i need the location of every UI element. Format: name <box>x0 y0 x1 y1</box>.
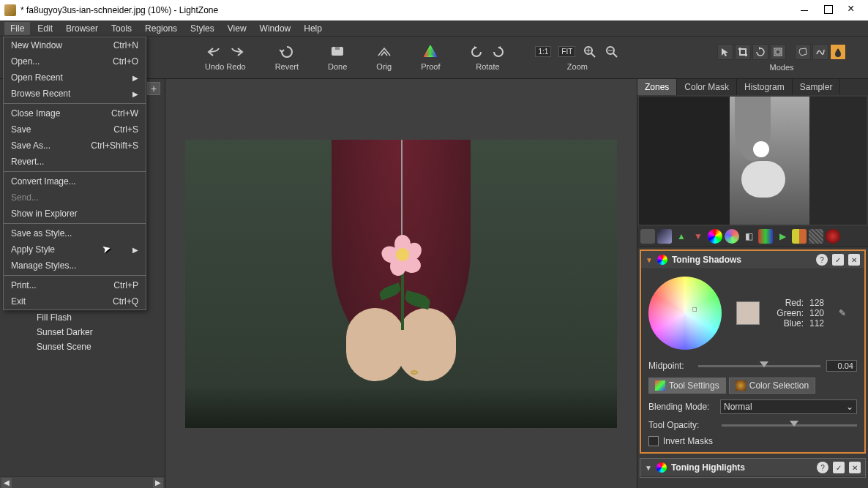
redo-icon[interactable] <box>229 45 244 59</box>
collapse-icon[interactable]: ▼ <box>646 256 653 264</box>
canvas-area[interactable] <box>165 79 637 488</box>
submenu-arrow-icon: ▶ <box>132 90 138 98</box>
remove-icon[interactable]: ✕ <box>848 254 860 266</box>
menu-new-window[interactable]: New WindowCtrl+N <box>4 37 146 53</box>
color-wheel[interactable] <box>648 277 722 350</box>
effect-chip[interactable] <box>708 229 722 244</box>
menu-apply-style[interactable]: Apply Style▶ <box>4 241 146 258</box>
tool-orig[interactable]: Orig <box>362 37 406 78</box>
menu-save[interactable]: SaveCtrl+S <box>4 121 146 138</box>
tab-color-mask[interactable]: Color Mask <box>677 79 737 95</box>
menu-show-in-explorer[interactable]: Show in Explorer <box>4 206 146 222</box>
collapse-icon[interactable]: ▼ <box>645 464 652 472</box>
svg-marker-5 <box>498 46 501 49</box>
menu-browser[interactable]: Browser <box>60 22 104 35</box>
maximize-button[interactable] <box>824 5 834 15</box>
mode-drop-icon[interactable] <box>830 44 846 60</box>
hscrollbar[interactable]: ◀ ▶ <box>0 476 165 488</box>
close-button[interactable]: × <box>848 5 858 15</box>
menu-file[interactable]: File <box>4 22 30 35</box>
menu-close-image[interactable]: Close ImageCtrl+W <box>4 105 146 121</box>
zoom-out-icon[interactable] <box>605 45 619 59</box>
zoom-in-icon[interactable] <box>583 45 597 59</box>
tool-revert[interactable]: Revert <box>261 37 313 78</box>
svg-line-11 <box>613 53 617 57</box>
color-selection-tab[interactable]: Color Selection <box>729 378 815 394</box>
menu-print[interactable]: Print...Ctrl+P <box>4 277 146 293</box>
mode-region-icon[interactable] <box>770 44 786 60</box>
menu-save-as[interactable]: Save As...Ctrl+Shift+S <box>4 138 146 154</box>
eyedropper-icon[interactable]: ✎ <box>839 308 846 318</box>
zoom-11-button[interactable]: 1:1 <box>535 46 551 57</box>
rotate-right-icon[interactable] <box>491 45 506 59</box>
effect-chip[interactable] <box>758 229 773 244</box>
zoom-fit-button[interactable]: FIT <box>558 46 575 57</box>
undo-icon[interactable] <box>207 45 222 59</box>
effect-chip[interactable] <box>792 229 807 244</box>
menu-save-as-style[interactable]: Save as Style... <box>4 225 146 241</box>
menu-tools[interactable]: Tools <box>105 22 138 35</box>
menu-manage-styles[interactable]: Manage Styles... <box>4 258 146 274</box>
panel-title: Toning Highlights <box>671 462 812 473</box>
menu-view[interactable]: View <box>222 22 252 35</box>
midpoint-slider[interactable] <box>698 365 820 367</box>
menu-styles[interactable]: Styles <box>184 22 220 35</box>
rotate-left-icon[interactable] <box>469 45 484 59</box>
minimize-button[interactable] <box>801 5 811 15</box>
scroll-right-icon[interactable]: ▶ <box>153 478 163 488</box>
tool-settings-tab[interactable]: Tool Settings <box>648 378 726 394</box>
panel-header[interactable]: ▼ Toning Highlights ? ✓ ✕ <box>640 459 865 477</box>
mode-polygon-icon[interactable] <box>795 44 811 60</box>
tool-modes: Modes <box>703 37 868 78</box>
effect-chip[interactable]: ◧ <box>741 229 756 244</box>
help-icon[interactable]: ? <box>817 462 828 473</box>
style-item[interactable]: Fill Flash <box>0 310 165 325</box>
blending-select[interactable]: Normal ⌄ <box>720 399 857 414</box>
tab-sampler[interactable]: Sampler <box>793 79 841 95</box>
menu-window[interactable]: Window <box>254 22 297 35</box>
style-item[interactable]: Sunset Darker <box>0 325 165 339</box>
midpoint-value[interactable]: 0.04 <box>826 360 857 372</box>
zone-preview <box>639 97 867 225</box>
menu-convert-image[interactable]: Convert Image... <box>4 173 146 189</box>
enable-checkbox[interactable]: ✓ <box>832 254 844 266</box>
effect-chip[interactable] <box>725 229 739 244</box>
menu-help[interactable]: Help <box>298 22 328 35</box>
tool-undo-redo: Undo Redo <box>190 37 261 78</box>
add-style-button[interactable]: + <box>147 82 160 95</box>
tab-histogram[interactable]: Histogram <box>737 79 793 95</box>
menu-browse-recent[interactable]: Browse Recent▶ <box>4 86 146 102</box>
remove-icon[interactable]: ✕ <box>849 462 861 473</box>
menu-revert[interactable]: Revert... <box>4 154 146 170</box>
effect-chip[interactable] <box>826 229 840 244</box>
panel-header[interactable]: ▼ Toning Shadows ? ✓ ✕ <box>641 251 864 269</box>
invert-checkbox[interactable] <box>648 436 659 446</box>
effect-chip[interactable] <box>657 229 672 244</box>
app-icon <box>4 4 16 16</box>
effect-chip[interactable]: ▼ <box>691 229 706 244</box>
scroll-left-icon[interactable]: ◀ <box>1 478 12 488</box>
menu-exit[interactable]: ExitCtrl+Q <box>4 293 146 309</box>
svg-rect-1 <box>335 47 340 50</box>
menu-edit[interactable]: Edit <box>31 22 59 35</box>
tool-done[interactable]: Done <box>313 37 362 78</box>
help-icon[interactable]: ? <box>816 254 828 266</box>
menu-regions[interactable]: Regions <box>139 22 183 35</box>
effect-chip[interactable] <box>809 229 823 244</box>
style-item[interactable]: Sunset Scene <box>0 339 165 354</box>
tool-proof[interactable]: Proof <box>406 37 454 78</box>
menu-open-recent[interactable]: Open Recent▶ <box>4 70 146 86</box>
effect-chip[interactable] <box>640 229 655 244</box>
revert-label: Revert <box>275 62 299 71</box>
opacity-slider[interactable] <box>722 424 857 427</box>
mode-crop-icon[interactable] <box>735 44 751 60</box>
enable-checkbox[interactable]: ✓ <box>833 462 845 473</box>
menu-open[interactable]: Open...Ctrl+O <box>4 53 146 70</box>
mode-rotate-icon[interactable] <box>752 44 768 60</box>
effect-chip[interactable]: ▶ <box>775 229 790 244</box>
effect-chip[interactable]: ▲ <box>674 229 689 244</box>
mode-arrow-icon[interactable] <box>717 44 733 60</box>
mode-curve-icon[interactable] <box>812 44 828 60</box>
tab-zones[interactable]: Zones <box>637 79 677 95</box>
modes-label: Modes <box>769 63 793 72</box>
